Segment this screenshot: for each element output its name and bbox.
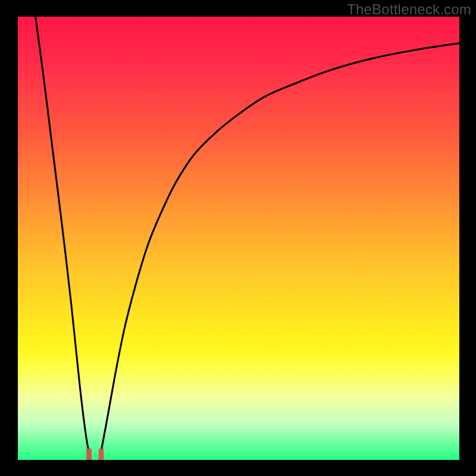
chart-frame: TheBottleneck.com — [0, 0, 476, 476]
minimum-marker — [86, 449, 104, 460]
chart-plot-area — [18, 17, 459, 460]
curve-left-branch — [36, 17, 91, 460]
curve-right-branch — [99, 43, 459, 460]
chart-svg — [18, 17, 459, 460]
watermark-text: TheBottleneck.com — [347, 1, 471, 18]
